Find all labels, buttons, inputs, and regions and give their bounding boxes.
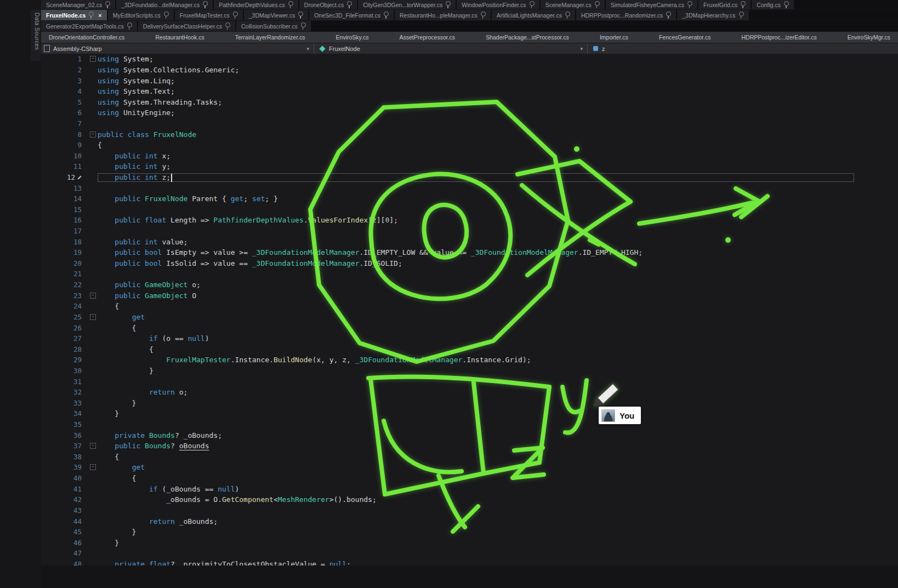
line-number[interactable]: 33: [41, 399, 88, 407]
code-line-44[interactable]: 44 return _oBounds;: [41, 516, 898, 527]
code-line-22[interactable]: 22 public GameObject o;: [41, 279, 898, 290]
tab-collisionsubscriber-cs[interactable]: CollisionSubscriber.cs: [236, 21, 311, 31]
pin-icon[interactable]: [446, 1, 451, 6]
tab-deliverysurfaceclasshelper-cs[interactable]: DeliverySurfaceClassHelper.cs: [138, 21, 235, 31]
line-number[interactable]: 39: [41, 463, 88, 471]
code-line-20[interactable]: 20 public bool IsSolid => value == _3DFo…: [41, 258, 898, 269]
tab-scenemanager-02-cs[interactable]: SceneManager_02.cs: [41, 0, 115, 9]
code-line-40[interactable]: 40 {: [41, 473, 898, 484]
code-line-34[interactable]: 34 }: [41, 408, 898, 419]
fold-marker-icon[interactable]: -: [90, 314, 96, 320]
line-number[interactable]: 47: [41, 549, 88, 557]
line-number[interactable]: 4: [41, 87, 88, 95]
fold-marker-icon[interactable]: -: [90, 443, 96, 449]
line-number[interactable]: 6: [41, 109, 88, 117]
code-line-29[interactable]: 29 FruxelMapTester.Instance.BuildNode(x,…: [41, 355, 898, 366]
code-line-19[interactable]: 19 public bool IsEmpty => value >= _3DFo…: [41, 247, 898, 258]
line-number[interactable]: 32: [41, 388, 88, 396]
pin-icon[interactable]: [225, 22, 230, 27]
code-line-25[interactable]: 25- get: [41, 312, 898, 323]
line-number[interactable]: 48: [41, 560, 88, 566]
code-line-42[interactable]: 42 _oBounds = O.GetComponent<MeshRendere…: [41, 494, 898, 505]
code-line-41[interactable]: 41 if (_oBounds == null): [41, 483, 898, 494]
line-number[interactable]: 12: [41, 173, 88, 181]
line-number[interactable]: 46: [41, 539, 88, 547]
line-number[interactable]: 31: [41, 378, 88, 386]
code-line-14[interactable]: 14 public FruxelNode Parent { get; set; …: [41, 193, 898, 204]
code-line-24[interactable]: 24 {: [41, 301, 898, 312]
tab-fruxelnode-cs[interactable]: FruxelNode.cs×: [41, 10, 107, 20]
member-dropdown[interactable]: z: [588, 43, 898, 54]
pin-icon[interactable]: [164, 12, 169, 16]
code-line-43[interactable]: 43: [41, 505, 898, 516]
line-number[interactable]: 41: [41, 485, 88, 493]
tab-simulatedfisheyecamera-cs[interactable]: SimulatedFisheyeCamera.cs: [606, 0, 697, 9]
type-dropdown[interactable]: FruxelNode ▾: [314, 43, 588, 54]
doc-tab-enviroskymgr-cs[interactable]: EnviroSkyMgr.cs: [848, 34, 890, 41]
line-number[interactable]: 29: [41, 356, 88, 364]
line-number[interactable]: 5: [41, 98, 88, 106]
line-number[interactable]: 43: [41, 506, 88, 515]
line-number[interactable]: 25: [41, 313, 88, 321]
pin-icon[interactable]: [595, 1, 600, 6]
line-number[interactable]: 14: [41, 195, 88, 203]
line-number[interactable]: 7: [41, 119, 88, 128]
code-line-48[interactable]: 48 private float? _proximityToClosestObs…: [41, 559, 898, 566]
close-icon[interactable]: ×: [98, 12, 101, 19]
tab-fruxelgrid-cs[interactable]: FruxelGrid.cs: [698, 0, 751, 9]
code-line-10[interactable]: 10 public int x;: [41, 150, 898, 161]
tab-onesec3d-fileformat-cs[interactable]: OneSec3D_FileFormat.cs: [309, 10, 394, 20]
line-number[interactable]: 22: [41, 281, 88, 289]
tab-artificiallightsmanager-cs[interactable]: ArtificialLightsManager.cs: [492, 10, 575, 20]
fold-marker-icon[interactable]: -: [90, 56, 96, 62]
fold-marker-icon[interactable]: -: [90, 293, 96, 299]
line-number[interactable]: 36: [41, 431, 88, 439]
code-line-16[interactable]: 16 public float Length => PathfinderDept…: [41, 215, 898, 226]
code-line-30[interactable]: 30 }: [41, 366, 898, 376]
line-number[interactable]: 20: [41, 259, 88, 267]
pin-icon[interactable]: [666, 12, 671, 16]
line-number[interactable]: 38: [41, 453, 88, 461]
line-number[interactable]: 28: [41, 345, 88, 353]
doc-tab-restauranthook-cs[interactable]: RestaurantHook.cs: [155, 34, 204, 41]
line-number[interactable]: 17: [41, 227, 88, 235]
fold-gutter[interactable]: -: [88, 464, 98, 470]
pin-icon[interactable]: [127, 22, 132, 27]
pin-icon[interactable]: [739, 12, 744, 16]
tab-3dmapviewer-cs[interactable]: _3DMapViewer.cs: [244, 10, 308, 20]
code-line-5[interactable]: 5using System.Threading.Tasks;: [41, 96, 898, 107]
tab-generator2exportmaptools-cs[interactable]: Generator2ExportMapTools.cs: [41, 21, 137, 31]
tab-scenemanager-cs[interactable]: SceneManager.cs: [541, 0, 605, 9]
line-number[interactable]: 1: [41, 55, 88, 63]
code-line-9[interactable]: 9{: [41, 140, 898, 151]
doc-tab-hdrppostproc-izereditor-cs[interactable]: HDRPPostproc...izerEditor.cs: [742, 34, 817, 41]
fold-gutter[interactable]: -: [88, 293, 98, 299]
line-number[interactable]: 16: [41, 216, 88, 224]
code-line-2[interactable]: 2using System.Collections.Generic;: [41, 65, 898, 76]
pin-icon[interactable]: [347, 1, 352, 6]
doc-tab-droneorientationcontroller-cs[interactable]: DroneOrientationController.cs: [49, 34, 124, 41]
line-number[interactable]: 37: [41, 442, 88, 450]
line-number[interactable]: 3: [41, 77, 88, 85]
tab-droneobject-cs[interactable]: DroneObject.cs: [299, 0, 357, 9]
code-line-45[interactable]: 45 }: [41, 527, 898, 538]
pin-icon[interactable]: [481, 12, 486, 16]
code-line-3[interactable]: 3using System.Linq;: [41, 75, 898, 86]
tab-windowpositionfinder-cs[interactable]: WindowPositionFinder.cs: [457, 0, 539, 9]
code-line-46[interactable]: 46 }: [41, 537, 898, 548]
code-editor[interactable]: 1-using System;2using System.Collections…: [41, 54, 898, 566]
tab-3dfoundatio-delmanager-cs[interactable]: _3DFoundatio...delManager.cs: [116, 0, 213, 9]
doc-tab-shaderpackage-stprocessor-cs[interactable]: ShaderPackage...stProcessor.cs: [486, 34, 569, 41]
code-line-15[interactable]: 15: [41, 204, 898, 215]
code-line-47[interactable]: 47: [41, 548, 898, 559]
code-line-39[interactable]: 39- get: [41, 462, 898, 473]
code-line-21[interactable]: 21: [41, 269, 898, 279]
pin-icon[interactable]: [203, 1, 208, 6]
code-line-28[interactable]: 28 {: [41, 344, 898, 355]
line-number[interactable]: 9: [41, 141, 88, 149]
pin-icon[interactable]: [301, 22, 306, 27]
tab-config-cs[interactable]: Config.cs: [752, 0, 794, 9]
line-number[interactable]: 8: [41, 130, 88, 139]
chevron-down-icon[interactable]: ▾: [580, 46, 583, 52]
line-number[interactable]: 45: [41, 528, 88, 536]
